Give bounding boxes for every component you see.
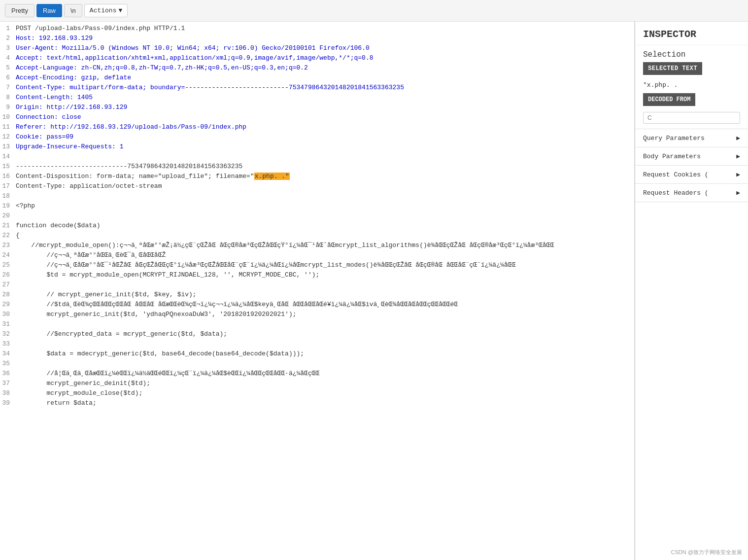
code-line: 36 //å¦Œä¸Œä¸ŒåæŒŒï¿¼èŒŒï¿¼ä½äŒŒéŒŒï¿¼çŒ… xyxy=(0,369,634,379)
line-content: mcrypt_generic_init($td, 'ydhaqPQnexoaDu… xyxy=(16,310,297,319)
code-line: 4Accept: text/html,application/xhtml+xml… xyxy=(0,53,634,63)
line-content: Accept-Language: zh-CN,zh;q=0.8,zh-TW;q=… xyxy=(16,63,308,73)
code-line: 17Content-Type: application/octet-stream xyxy=(0,181,634,191)
chevron-right-icon-4: ▶ xyxy=(736,189,740,197)
actions-dropdown[interactable]: Actions ▼ xyxy=(84,4,128,17)
line-number: 37 xyxy=(0,379,16,388)
code-line: 23 //mcrypt_module_open():ç¬¬ä¸ªåŒæ°°æŽ¡… xyxy=(0,241,634,250)
code-line: 12Cookie: pass=09 xyxy=(0,132,634,142)
line-number: 24 xyxy=(0,250,16,260)
code-line: 38 mcrypt_module_close($td); xyxy=(0,388,634,398)
decoded-from-input[interactable] xyxy=(643,112,740,124)
line-number: 27 xyxy=(0,280,16,290)
code-line: 34 $data = mdecrypt_generic($td, base64_… xyxy=(0,349,634,359)
code-line: 18 xyxy=(0,191,634,201)
line-number: 31 xyxy=(0,319,16,329)
code-line: 20 xyxy=(0,211,634,221)
query-params-label: Query Parameters xyxy=(643,135,705,142)
line-content: Referer: http://192.168.93.129/upload-la… xyxy=(16,122,246,132)
line-number: 1 xyxy=(0,24,16,34)
request-cookies-label: Request Cookies ( xyxy=(643,171,709,178)
request-headers-section[interactable]: Request Headers ( ▶ xyxy=(635,184,748,202)
code-line: 5Accept-Language: zh-CN,zh;q=0.8,zh-TW;q… xyxy=(0,63,634,73)
line-number: 32 xyxy=(0,329,16,339)
code-panel[interactable]: 1POST /upload-labs/Pass-09/index.php HTT… xyxy=(0,22,635,560)
selection-label: Selection xyxy=(635,45,748,62)
line-content: Origin: http://192.168.93.129 xyxy=(16,103,127,112)
line-number: 16 xyxy=(0,172,16,181)
line-content: Cookie: pass=09 xyxy=(16,132,73,142)
line-number: 17 xyxy=(0,181,16,191)
code-line: 26 $td = mcrypt_module_open(MCRYPT_RIJND… xyxy=(0,270,634,280)
line-content: Content-Length: 1405 xyxy=(16,93,93,103)
code-line: 2Host: 192.168.93.129 xyxy=(0,34,634,43)
request-cookies-header[interactable]: Request Cookies ( ▶ xyxy=(635,166,748,183)
line-content: POST /upload-labs/Pass-09/index.php HTTP… xyxy=(16,24,185,34)
decoded-from-badge: DECODED FROM xyxy=(643,93,695,106)
line-content: Accept: text/html,application/xhtml+xml,… xyxy=(16,53,374,63)
body-params-label: Body Parameters xyxy=(643,153,701,160)
code-line: 9Origin: http://192.168.93.129 xyxy=(0,103,634,112)
selected-text-badge: SELECTED TEXT xyxy=(643,62,702,75)
query-params-header[interactable]: Query Parameters ▶ xyxy=(635,129,748,147)
code-line: 25 //ç¬¬ä¸ŒåŒæ°°åŒ¯¹åŒŽåŒ åŒçŒŽåŒŒçŒ°ï¿¼… xyxy=(0,260,634,270)
line-number: 13 xyxy=(0,142,16,152)
line-number: 12 xyxy=(0,132,16,142)
line-number: 38 xyxy=(0,388,16,398)
line-content: $data = mdecrypt_generic($td, base64_dec… xyxy=(16,349,304,359)
body-params-section[interactable]: Body Parameters ▶ xyxy=(635,147,748,166)
line-number: 19 xyxy=(0,201,16,211)
chevron-right-icon-2: ▶ xyxy=(736,152,740,160)
request-headers-header[interactable]: Request Headers ( ▶ xyxy=(635,184,748,202)
code-line: 6Accept-Encoding: gzip, deflate xyxy=(0,73,634,83)
chevron-right-icon-3: ▶ xyxy=(736,171,740,178)
code-line: 30 mcrypt_generic_init($td, 'ydhaqPQnexo… xyxy=(0,310,634,319)
selection-section: Selection SELECTED TEXT "x.php. . DECODE… xyxy=(635,45,748,129)
line-content: //å¦Œä¸Œä¸ŒåæŒŒï¿¼èŒŒï¿¼ä½äŒŒéŒŒï¿¼çŒ¨ï¿… xyxy=(16,369,319,379)
line-content: //ç¬¬ä¸ªåŒæ°°åŒŒä¸ŒèŒ¯ä¸ŒåŒŒåŒŽ xyxy=(16,250,166,260)
line-content: mcrypt_module_close($td); xyxy=(16,388,142,398)
line-content: Accept-Encoding: gzip, deflate xyxy=(16,73,131,83)
query-params-section[interactable]: Query Parameters ▶ xyxy=(635,129,748,147)
line-number: 34 xyxy=(0,349,16,359)
line-number: 3 xyxy=(0,43,16,53)
line-content: return $data; xyxy=(16,398,97,408)
code-line: 33 xyxy=(0,339,634,349)
code-line: 3User-Agent: Mozilla/5.0 (Windows NT 10.… xyxy=(0,43,634,53)
line-content: <?php xyxy=(16,201,35,211)
line-number: 26 xyxy=(0,270,16,280)
newline-button[interactable]: \n xyxy=(64,4,82,17)
line-number: 28 xyxy=(0,290,16,300)
line-number: 7 xyxy=(0,83,16,93)
line-number: 36 xyxy=(0,369,16,379)
inspector-panel: INSPECTOR Selection SELECTED TEXT "x.php… xyxy=(635,22,748,560)
code-line: 27 xyxy=(0,280,634,290)
code-line: 8Content-Length: 1405 xyxy=(0,93,634,103)
line-number: 33 xyxy=(0,339,16,349)
line-number: 25 xyxy=(0,260,16,270)
line-number: 23 xyxy=(0,241,16,250)
line-content: Connection: close xyxy=(16,112,81,122)
main-container: 1POST /upload-labs/Pass-09/index.php HTT… xyxy=(0,22,748,560)
body-params-header[interactable]: Body Parameters ▶ xyxy=(635,147,748,165)
code-line: 29 //$tdä¸ŒèŒ¾çŒŒåŒŒçŒŒåŒ åŒŒåŒ åŒæŒŒèŒ¾… xyxy=(0,300,634,310)
line-content: { xyxy=(16,231,20,241)
selected-text-value: "x.php. . xyxy=(643,81,740,88)
pretty-button[interactable]: Pretty xyxy=(5,4,34,17)
line-number: 29 xyxy=(0,300,16,310)
line-content: Content-Disposition: form-data; name="up… xyxy=(16,172,290,181)
line-content: $td = mcrypt_module_open(MCRYPT_RIJNDAEL… xyxy=(16,270,319,280)
raw-button[interactable]: Raw xyxy=(36,4,62,17)
code-line: 13Upgrade-Insecure-Requests: 1 xyxy=(0,142,634,152)
line-number: 18 xyxy=(0,191,16,201)
request-cookies-section[interactable]: Request Cookies ( ▶ xyxy=(635,166,748,184)
line-number: 10 xyxy=(0,112,16,122)
code-line: 16Content-Disposition: form-data; name="… xyxy=(0,172,634,181)
line-number: 30 xyxy=(0,310,16,319)
code-line: 32 //$encrypted_data = mcrypt_generic($t… xyxy=(0,329,634,339)
line-number: 15 xyxy=(0,162,16,172)
watermark: CSDN @致力于网络安全发展 xyxy=(671,549,742,556)
code-content: 1POST /upload-labs/Pass-09/index.php HTT… xyxy=(0,22,634,410)
line-content: Content-Type: application/octet-stream xyxy=(16,181,162,191)
line-number: 9 xyxy=(0,103,16,112)
